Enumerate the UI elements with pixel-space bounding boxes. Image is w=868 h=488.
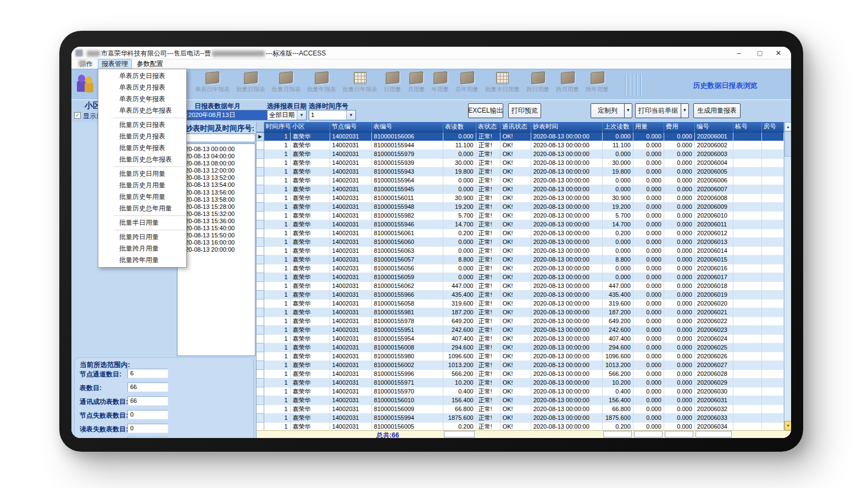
toolbar-button[interactable]: 跨月用量 [553, 72, 582, 93]
chevron-down-icon[interactable]: ▼ [681, 103, 688, 118]
menu-item[interactable]: 批量历史月用量 [98, 180, 186, 191]
generate-usage-report-button[interactable]: 生成用量报表 [693, 103, 741, 118]
report-date-combo[interactable]: 全部日期 ▼ [267, 110, 307, 120]
menu-item[interactable]: 批量历史总年用量 [98, 203, 186, 214]
time-list-item[interactable]: 2020-08-13 15:40:00 [179, 225, 255, 232]
chevron-down-icon[interactable]: ▼ [297, 110, 306, 120]
table-row[interactable]: 1嘉荣华140020318100001560050.200正常!OK!2020-… [257, 422, 784, 431]
maximize-icon[interactable]: ▢ [753, 48, 767, 58]
time-list-item[interactable]: 2020-08-13 13:56:00 [179, 189, 255, 196]
table-row[interactable]: 1嘉荣华140020318100001559825.700正常!OK!2020-… [257, 211, 784, 220]
time-list-item[interactable]: 2020-08-13 04:00:00 [179, 153, 255, 160]
table-row[interactable]: 1嘉荣华14002031810000155966435.400正常!OK!202… [257, 290, 784, 299]
menu-item[interactable]: 批量历史总年报表 [98, 154, 186, 165]
table-row[interactable]: 1嘉荣华140020318100001559790.000正常!OK!2020-… [257, 149, 784, 158]
menu-item[interactable]: 批量历史日报表 [98, 119, 186, 131]
table-row[interactable]: 1嘉荣华140020318100001559700.400正常!OK!2020-… [257, 387, 784, 396]
column-header[interactable]: 用量 [633, 122, 664, 132]
toolbar-button[interactable]: 年用量 [429, 72, 452, 93]
time-list-item[interactable]: 2020-08-13 15:28:00 [179, 203, 255, 210]
toolbar-button[interactable]: 批量半日用量 [482, 72, 522, 93]
menu-item[interactable]: 单表历史日报表 [98, 70, 186, 82]
time-list-item[interactable]: 2020-08-13 00:00:00 [179, 146, 255, 153]
toolbar-button[interactable]: 总年用量 [453, 72, 481, 93]
time-list-item[interactable]: 2020-08-13 15:36:00 [179, 218, 255, 225]
column-header[interactable]: 栋号 [733, 122, 761, 132]
table-row[interactable]: 1嘉荣华1400203181000015593930.000正常!OK!2020… [257, 158, 784, 167]
table-row[interactable]: 1嘉荣华140020318100001560560.000正常!OK!2020-… [257, 264, 784, 273]
time-list-item[interactable]: 2020-08-13 15:32:00 [179, 210, 255, 218]
column-header[interactable]: 费用 [664, 122, 694, 132]
column-header[interactable]: 表读数 [443, 122, 476, 132]
table-row[interactable]: 1嘉荣华140020318100001559941875.600正常!OK!20… [257, 413, 784, 422]
show-all-checkbox[interactable]: ✓ [74, 112, 81, 119]
time-seq-combo[interactable]: 1 ▼ [309, 110, 356, 120]
table-row[interactable]: 1嘉荣华1400203181000015594819.200正常!OK!2020… [257, 202, 784, 211]
table-row[interactable]: 1嘉荣华140020318100001560590.000正常!OK!2020-… [257, 273, 784, 281]
menubar-item-2[interactable]: 报表管理 [98, 59, 132, 69]
column-header[interactable]: 房号 [761, 122, 783, 132]
menu-item[interactable]: 批量历史日用量 [98, 168, 186, 180]
print-preview-button[interactable]: 打印预览 [508, 103, 541, 118]
toolbar-button[interactable]: 跨年用量 [583, 72, 611, 93]
column-header[interactable]: 时间序号 [264, 122, 290, 132]
time-list-item[interactable]: 2020-08-13 16:00:00 [179, 239, 255, 246]
table-row[interactable]: 1嘉荣华14002031810000155951242.600正常!OK!202… [257, 325, 784, 334]
menu-item[interactable]: 单表历史总年报表 [98, 105, 186, 117]
column-header[interactable]: 节点编号 [330, 122, 371, 132]
menu-item[interactable]: 批量跨月用量 [98, 243, 186, 254]
time-list-item[interactable]: 2020-08-13 13:58:00 [179, 196, 255, 203]
vertical-scrollbar[interactable]: ▲ ▼ [784, 122, 791, 430]
table-row[interactable]: ▶1嘉荣华140020318100001560060.000正常!OK!2020… [257, 132, 784, 141]
users-icon[interactable] [77, 74, 96, 93]
toolbar-button[interactable]: 跨日用量 [524, 72, 552, 93]
print-current-button[interactable]: 打印当前单据 [636, 106, 681, 115]
table-row[interactable]: 1嘉荣华1400203181000015594411.100正常!OK!2020… [257, 141, 784, 149]
table-row[interactable]: 1嘉荣华14002031810000156062447.000正常!OK!202… [257, 281, 784, 290]
time-list-item[interactable]: 2020-08-13 13:52:00 [179, 174, 255, 181]
table-row[interactable]: 1嘉荣华14002031810000155954407.400正常!OK!202… [257, 334, 784, 343]
scroll-up-icon[interactable]: ▲ [784, 122, 791, 131]
table-row[interactable]: 1嘉荣华140020318100001559801096.600正常!OK!20… [257, 352, 784, 361]
menubar-item-3[interactable]: 参数配置 [133, 59, 167, 69]
time-filter-input[interactable] [177, 134, 255, 142]
table-row[interactable]: 1嘉荣华140020318100001560630.000正常!OK!2020-… [257, 246, 784, 255]
chevron-down-icon[interactable]: ▼ [346, 110, 355, 120]
chevron-down-icon[interactable]: ▼ [624, 103, 632, 118]
close-icon[interactable]: ✕ [771, 48, 786, 58]
toolbar-button[interactable]: 批量日年报表 [340, 72, 380, 93]
column-header[interactable]: 抄表时间 [531, 122, 602, 132]
menu-item[interactable]: 单表历史年报表 [98, 93, 186, 105]
toolbar-button[interactable]: 批量日报表 [233, 72, 268, 93]
table-row[interactable]: 1嘉荣华14002031810000155996566.200正常!OK!202… [257, 369, 784, 378]
toolbar-button[interactable]: 日用量 [381, 72, 404, 93]
toolbar-button[interactable]: 月用量 [405, 72, 428, 93]
table-row[interactable]: 1嘉荣华14002031810000156058319.600正常!OK!202… [257, 299, 784, 308]
toolbar-button[interactable]: 单表日年报表 [192, 72, 232, 93]
time-list-item[interactable]: 2020-08-13 12:00:00 [179, 167, 255, 174]
toolbar-button[interactable]: 批量月报表 [269, 72, 304, 93]
scrollbar-thumb[interactable] [784, 131, 791, 157]
table-row[interactable]: 1嘉荣华1400203181000015594614.700正常!OK!2020… [257, 220, 784, 229]
time-list-item[interactable]: 2020-08-13 15:50:00 [179, 232, 255, 239]
time-list-item[interactable]: 2020-08-13 08:00:00 [179, 160, 255, 167]
history-daily-report-link[interactable]: 历史数据日报表浏览 [665, 81, 786, 91]
table-row[interactable]: 1嘉荣华140020318100001559450.000正常!OK!2020-… [257, 185, 784, 193]
table-row[interactable]: 1嘉荣华14002031810000155978649.200正常!OK!202… [257, 317, 784, 325]
table-row[interactable]: 1嘉荣华14002031810000156008294.600正常!OK!202… [257, 343, 784, 352]
table-row[interactable]: 1嘉荣华140020318100001559640.000正常!OK!2020-… [257, 176, 784, 185]
table-row[interactable]: 1嘉荣华1400203181000015601130.900正常!OK!2020… [257, 193, 784, 202]
time-list-item[interactable]: 2020-08-13 13:54:00 [179, 181, 255, 188]
column-header[interactable]: 上次读数 [602, 122, 633, 132]
table-row[interactable]: 1嘉荣华140020318100001560021013.200正常!OK!20… [257, 361, 784, 369]
column-header[interactable]: 小区 [290, 122, 330, 132]
table-row[interactable]: 1嘉荣华14002031810000155981187.200正常!OK!202… [257, 308, 784, 317]
column-header[interactable]: 通讯状态 [500, 122, 531, 132]
customize-columns-button[interactable]: 定制列 [591, 106, 624, 115]
table-row[interactable]: 1嘉荣华140020318100001560578.800正常!OK!2020-… [257, 255, 784, 264]
table-row[interactable]: 1嘉荣华1400203181000015597110.200正常!OK!2020… [257, 378, 784, 387]
scroll-down-icon[interactable]: ▼ [784, 421, 791, 430]
table-row[interactable]: 1嘉荣华1400203181000015594319.800正常!OK!2020… [257, 167, 784, 176]
column-header[interactable]: 编号 [694, 122, 733, 132]
column-header[interactable]: 表编号 [371, 122, 443, 132]
